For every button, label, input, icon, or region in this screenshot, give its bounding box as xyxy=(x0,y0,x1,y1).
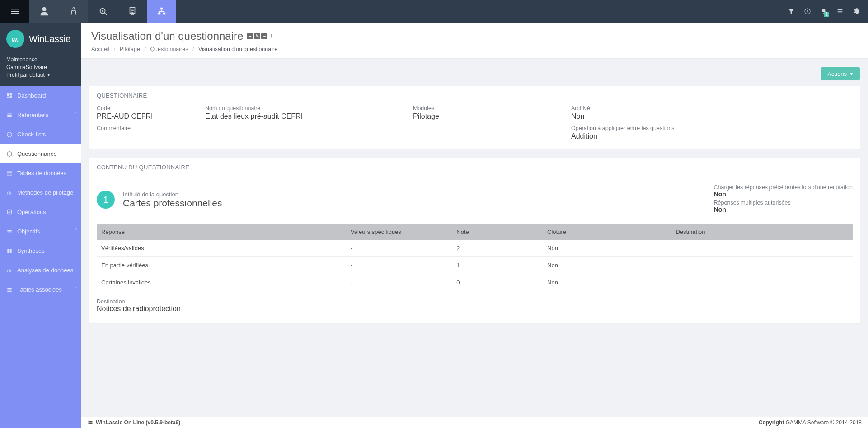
sidebar-item-label: Objectifs xyxy=(17,228,40,235)
sidebar-item-tables-de-donn-es[interactable]: Tables de données xyxy=(0,163,81,183)
filter-button[interactable] xyxy=(783,0,799,23)
page-title-row: Visualisation d'un questionnaire + ✎ − ⬇ xyxy=(91,30,858,42)
db-icon xyxy=(6,287,13,293)
caret-down-icon: ▼ xyxy=(47,72,51,78)
ops-icon xyxy=(6,209,13,215)
profile-switcher[interactable]: Profil par défaut ▼ xyxy=(6,71,51,79)
cell-cloture: Non xyxy=(543,257,671,274)
sidebar-item-op-rations[interactable]: Opérations xyxy=(0,202,81,222)
nav-people[interactable] xyxy=(29,0,59,23)
tenant-block: Maintenance GammaSoftware Profil par déf… xyxy=(0,56,81,86)
sidebar-item-label: Opérations xyxy=(17,209,46,215)
logo: w. xyxy=(6,30,24,48)
nav-body[interactable] xyxy=(59,0,88,23)
question-title-block: Intitulé de la question Cartes professio… xyxy=(123,191,222,209)
notif-badge: 1 xyxy=(824,12,829,17)
breadcrumb: Accueil / Pilotage / Questionnaires / Vi… xyxy=(91,46,858,52)
sidebar-item-label: Check-lists xyxy=(17,131,46,138)
table-row: Vérifiées/valides-2Non xyxy=(97,240,853,257)
title-action-download[interactable]: ⬇ xyxy=(268,33,275,39)
title-action-add[interactable]: + xyxy=(247,33,253,39)
stack-icon xyxy=(6,112,13,118)
crumb-pilotage[interactable]: Pilotage xyxy=(120,46,140,52)
dashboard-icon xyxy=(6,93,13,99)
sidebar-item-tables-associ-es[interactable]: Tables associées‹ xyxy=(0,280,81,299)
topbar-right: ? 1 xyxy=(783,0,868,23)
table-header-row: Réponse Valeurs spécifiques Note Clôture… xyxy=(97,224,853,240)
actions-dropdown[interactable]: Actions ▼ xyxy=(821,67,860,80)
sidebar-item-dashboard[interactable]: Dashboard xyxy=(0,86,81,105)
gear-icon xyxy=(853,8,860,15)
sidebar-item-check-lists[interactable]: Check-lists xyxy=(0,125,81,144)
svg-point-9 xyxy=(7,132,12,137)
main-scroll[interactable]: Visualisation d'un questionnaire + ✎ − ⬇… xyxy=(81,23,868,417)
notifications-button[interactable]: 1 xyxy=(816,0,832,23)
cell-note: 2 xyxy=(452,240,543,257)
col-valeurs: Valeurs spécifiques xyxy=(346,224,452,240)
question-number: 1 xyxy=(97,191,115,209)
sidebar-item-objectifs[interactable]: Objectifs‹ xyxy=(0,222,81,241)
sidebar-item-r-f-rentiels[interactable]: Référentiels‹ xyxy=(0,105,81,125)
grid-icon xyxy=(6,248,13,254)
content-panel-heading: CONTENU DU QUESTIONNAIRE xyxy=(89,158,860,177)
sidebar-item-label: Référentiels xyxy=(17,112,48,118)
chart-icon xyxy=(6,267,13,274)
sidebar-item-label: Dashboard xyxy=(17,92,46,99)
nav-search[interactable] xyxy=(88,0,117,23)
sidebar-item-label: Tables associées xyxy=(17,286,62,293)
sidebar-item-questionnaires[interactable]: ?Questionnaires xyxy=(0,144,81,163)
cell-destination xyxy=(671,274,853,291)
crumb-questionnaires[interactable]: Questionnaires xyxy=(150,46,188,52)
questionnaire-panel-heading: QUESTIONNAIRE xyxy=(89,86,860,105)
menu-toggle[interactable] xyxy=(0,0,29,23)
sidebar-item-m-thodes-de-pilotage[interactable]: Méthodes de pilotage xyxy=(0,183,81,202)
certificate-icon xyxy=(127,6,137,16)
nav-doc[interactable] xyxy=(117,0,147,23)
footer-copyright: Copyright GAMMA Software © 2014-2018 xyxy=(759,419,862,426)
nav-flow[interactable] xyxy=(147,0,176,23)
sitemap-icon xyxy=(157,6,167,16)
table-row: En partie vérifiées-1Non xyxy=(97,257,853,274)
crumb-accueil[interactable]: Accueil xyxy=(91,46,109,52)
field-code: Code PRE-AUD CEFRI xyxy=(97,105,196,121)
field-modules: Modules Pilotage xyxy=(413,105,562,121)
title-action-collapse[interactable]: − xyxy=(261,33,267,39)
cell-valeurs: - xyxy=(346,257,452,274)
body-icon xyxy=(69,6,79,16)
settings-button[interactable] xyxy=(848,0,864,23)
bars-icon xyxy=(6,190,13,196)
svg-rect-5 xyxy=(158,13,160,15)
cell-note: 0 xyxy=(452,274,543,291)
eye-search-icon xyxy=(98,6,108,16)
list-icon xyxy=(836,8,844,15)
filter-icon xyxy=(788,8,795,15)
sidebar-item-label: Synthèses xyxy=(17,247,45,254)
cell-destination xyxy=(671,240,853,257)
col-destination: Destination xyxy=(671,224,853,240)
chevron-left-icon: ‹ xyxy=(75,226,77,231)
svg-text:?: ? xyxy=(9,152,10,155)
person-icon xyxy=(39,6,49,16)
svg-point-0 xyxy=(73,8,75,9)
sidebar-item-analyses-de-donn-es[interactable]: Analyses de données xyxy=(0,261,81,280)
svg-rect-13 xyxy=(89,421,93,423)
caret-down-icon: ▼ xyxy=(849,72,854,76)
cell-reponse: En partie vérifiées xyxy=(97,257,346,274)
title-action-edit[interactable]: ✎ xyxy=(254,33,260,39)
help-icon: ? xyxy=(804,8,811,15)
check-icon xyxy=(6,131,13,138)
table-row: Certaines invalides-0Non xyxy=(97,274,853,291)
svg-point-2 xyxy=(102,10,103,12)
table-icon xyxy=(6,170,13,177)
sidebar-item-synth-ses[interactable]: Synthèses xyxy=(0,241,81,261)
cell-cloture: Non xyxy=(543,274,671,291)
chevron-left-icon: ‹ xyxy=(75,284,77,289)
svg-rect-14 xyxy=(89,423,93,424)
page-header: Visualisation d'un questionnaire + ✎ − ⬇… xyxy=(81,23,868,59)
help-button[interactable]: ? xyxy=(799,0,816,23)
list-button[interactable] xyxy=(832,0,848,23)
sidebar-item-label: Questionnaires xyxy=(17,150,56,157)
svg-text:?: ? xyxy=(807,9,809,14)
footer: WinLassie On Line (v0.5.9-beta6) Copyrig… xyxy=(81,417,868,428)
question-meta: Charger les réponses précédentes lors d'… xyxy=(714,184,853,215)
